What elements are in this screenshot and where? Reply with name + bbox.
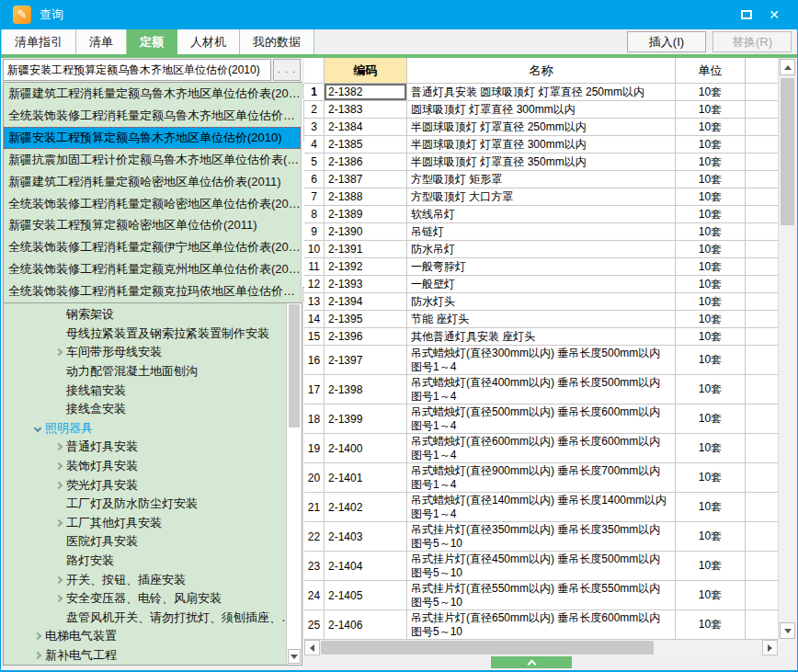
cell-name[interactable]: 方型吸顶灯 矩形罩 [407,171,676,188]
table-row[interactable]: 142-1395节能 座灯头10套 [304,311,778,328]
tree-item-10[interactable]: 工厂灯及防水防尘灯安装 [4,495,286,514]
cell-name[interactable]: 一般壁灯 [407,276,676,292]
quota-option-8[interactable]: 全统装饰装修工程消耗量定额克州地区单位估价表(20… [4,258,301,280]
cell-row-number[interactable]: 11 [304,258,325,275]
cell-name[interactable]: 吊式蜡烛灯(直径400mm以内) 垂吊长度500mm以内 图号1～4 [407,375,676,404]
table-row[interactable]: 122-1393一般壁灯10套 [304,276,778,293]
cell-code[interactable]: 2-1400 [325,434,407,462]
cell-row-number[interactable]: 2 [304,101,325,118]
quota-select-input[interactable]: 新疆安装工程预算定额乌鲁木齐地区单位估价(2010) [3,59,271,81]
chevron-right-icon[interactable] [51,463,66,469]
cell-unit[interactable]: 10套 [676,404,746,433]
cell-row-number[interactable]: 12 [304,276,325,292]
table-scroll-down-button[interactable] [780,622,795,639]
table-row[interactable]: 62-1387方型吸顶灯 矩形罩10套 [304,171,778,188]
cell-unit[interactable]: 10套 [676,375,746,404]
hscroll-left-button[interactable] [304,640,320,655]
titlebar[interactable]: ✎ 查询 ✕ [1,0,797,29]
cell-code[interactable]: 2-1399 [325,404,407,433]
tab-list[interactable]: 清单 [76,29,127,54]
cell-name[interactable]: 防水吊灯 [407,241,676,257]
cell-name[interactable]: 吊式挂片灯(直径450mm以内) 垂吊长度500mm以内 图号5～10 [407,552,676,580]
cell-name[interactable]: 吊式挂片灯(直径350mm以内) 垂吊长度350mm以内 图号5～10 [407,522,676,551]
cell-unit[interactable]: 10套 [676,552,746,580]
hscroll-thumb[interactable] [321,641,654,655]
cell-code[interactable]: 2-1395 [325,311,407,327]
tree-item-3[interactable]: 动力配管混凝土地面刨沟 [4,362,286,382]
cell-unit[interactable]: 10套 [676,493,746,521]
cell-row-number[interactable]: 15 [304,328,325,345]
cell-unit[interactable]: 10套 [676,171,746,188]
cell-name[interactable]: 吊式蜡烛灯(直径300mm以内) 垂吊长度500mm以内 图号1～4 [407,346,676,374]
tree-item-13[interactable]: 路灯安装 [4,552,286,571]
table-row[interactable]: 152-1396其他普通灯具安装 座灯头10套 [304,328,778,346]
hscroll-right-button[interactable] [762,640,778,655]
table-row[interactable]: 82-1389软线吊灯10套 [304,206,778,223]
table-row[interactable]: 222-1403吊式挂片灯(直径350mm以内) 垂吊长度350mm以内 图号5… [304,522,778,552]
cell-code[interactable]: 2-1382 [325,84,407,100]
tree-scrollbar[interactable] [286,303,302,665]
cell-code[interactable]: 2-1391 [325,241,407,257]
tree-item-15[interactable]: 安全变压器、电铃、风扇安装 [4,589,286,609]
cell-name[interactable]: 其他普通灯具安装 座灯头 [407,328,676,345]
quota-option-9[interactable]: 全统装饰装修工程消耗量定额克拉玛依地区单位估价… [4,280,301,302]
header-name[interactable]: 名称 [407,58,676,83]
insert-button[interactable]: 插入(I) [627,31,706,52]
quota-option-1[interactable]: 全统装饰装修工程消耗量定额乌鲁木齐地区单位估价… [4,105,301,127]
cell-unit[interactable]: 10套 [676,241,746,257]
cell-code[interactable]: 2-1386 [325,154,407,170]
cell-unit[interactable]: 10套 [676,328,746,345]
cell-code[interactable]: 2-1405 [325,581,407,609]
header-row-number[interactable] [304,58,325,83]
cell-code[interactable]: 2-1390 [325,223,407,240]
tree-item-11[interactable]: 工厂其他灯具安装 [4,514,286,533]
cell-name[interactable]: 软线吊灯 [407,206,676,222]
table-row[interactable]: 242-1405吊式挂片灯(直径550mm以内) 垂吊长度550mm以内 图号5… [304,581,778,610]
table-row[interactable]: 182-1399吊式蜡烛灯(直径500mm以内) 垂吊长度600mm以内 图号1… [304,404,778,434]
cell-row-number[interactable]: 20 [304,463,325,492]
cell-row-number[interactable]: 24 [304,581,325,609]
chevron-right-icon[interactable] [29,633,45,639]
quota-option-6[interactable]: 新疆安装工程预算定额哈密地区单位估价(2011) [4,214,301,236]
cell-name[interactable]: 吊链灯 [407,223,676,240]
cell-row-number[interactable]: 10 [304,241,325,257]
cell-code[interactable]: 2-1385 [325,136,407,153]
cell-code[interactable]: 2-1387 [325,171,407,188]
tree-item-18[interactable]: 新补电气工程 [4,646,286,665]
cell-unit[interactable]: 10套 [676,293,746,310]
close-button[interactable]: ✕ [760,5,788,25]
cell-unit[interactable]: 10套 [676,311,746,327]
chevron-right-icon[interactable] [51,596,66,601]
cell-unit[interactable]: 10套 [676,136,746,153]
cell-unit[interactable]: 10套 [676,581,746,609]
cell-name[interactable]: 防水灯头 [407,293,676,310]
tree-scroll-down-button[interactable] [288,649,301,664]
cell-row-number[interactable]: 22 [304,522,325,551]
table-row[interactable]: 42-1385半圆球吸顶灯 灯罩直径 300mm以内10套 [304,136,778,154]
header-unit[interactable]: 单位 [676,58,746,83]
quota-option-4[interactable]: 新疆建筑工程消耗量定额哈密地区单位估价表(2011) [4,171,301,193]
cell-unit[interactable]: 10套 [676,610,746,639]
quota-option-3[interactable]: 新疆抗震加固工程计价定额乌鲁木齐地区单位估价表(… [4,149,301,171]
cell-row-number[interactable]: 16 [304,346,325,374]
header-code[interactable]: 编码 [325,58,407,83]
cell-name[interactable]: 普通灯具安装 圆球吸顶灯 灯罩直径 250mm以内 [407,84,676,100]
chevron-right-icon[interactable] [29,653,45,658]
tree-item-8[interactable]: 装饰灯具安装 [4,457,286,476]
table-scroll-thumb[interactable] [781,78,794,225]
tree-item-17[interactable]: 电梯电气装置 [4,627,286,646]
collapse-panel-button[interactable] [491,656,572,668]
cell-row-number[interactable]: 7 [304,188,325,205]
table-row[interactable]: 32-1384半圆球吸顶灯 灯罩直径 250mm以内10套 [304,119,778,136]
table-row[interactable]: 202-1401吊式蜡烛灯(直径900mm以内) 垂吊长度700mm以内 图号1… [304,463,778,493]
tree-scroll-thumb[interactable] [289,304,300,427]
cell-name[interactable]: 吊式挂片灯(直径550mm以内) 垂吊长度550mm以内 图号5～10 [407,581,676,609]
table-row[interactable]: 52-1386半圆球吸顶灯 灯罩直径 350mm以内10套 [304,154,778,171]
table-row[interactable]: 12-1382普通灯具安装 圆球吸顶灯 灯罩直径 250mm以内10套 [304,84,778,101]
table-row[interactable]: 112-1392一般弯脖灯10套 [304,258,778,276]
table-row[interactable]: 132-1394防水灯头10套 [304,293,778,311]
replace-button[interactable]: 替换(R) [712,31,792,52]
cell-name[interactable]: 吊式蜡烛灯(直径140mm以内) 垂吊长度1400mm以内 图号1～4 [407,493,676,521]
cell-code[interactable]: 2-1396 [325,328,407,345]
cell-unit[interactable]: 10套 [676,84,746,100]
